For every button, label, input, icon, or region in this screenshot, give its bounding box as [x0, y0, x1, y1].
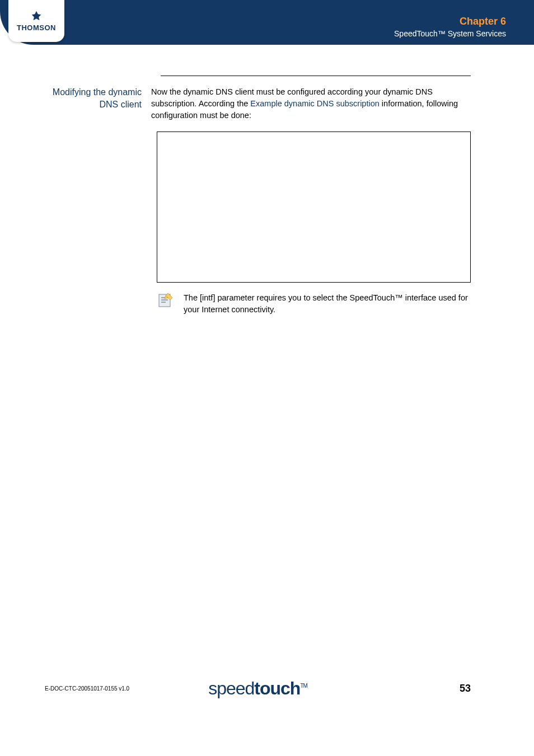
header-bar: Chapter 6 SpeedTouch™ System Services [0, 0, 534, 45]
section-body: Now the dynamic DNS client must be confi… [151, 86, 471, 316]
logo-tm: TM [300, 683, 307, 689]
thomson-logo: THOMSON [8, 0, 64, 42]
note-row: The [intf] parameter requires you to sel… [157, 291, 471, 316]
logo-part-light: speed [208, 678, 254, 698]
section-row: Modifying the dynamic DNS client Now the… [45, 86, 471, 316]
footer: E-DOC-CTC-20051017-0155 v1.0 speedtouchT… [45, 683, 471, 694]
code-block [157, 132, 471, 283]
example-subscription-link[interactable]: Example dynamic DNS subscription [250, 99, 379, 108]
footer-doc-id: E-DOC-CTC-20051017-0155 v1.0 [45, 685, 129, 692]
section-divider [161, 76, 471, 76]
content-area: Modifying the dynamic DNS client Now the… [45, 76, 471, 316]
note-text: The [intf] parameter requires you to sel… [184, 291, 471, 316]
logo-part-bold: touch [254, 678, 300, 698]
speedtouch-logo: speedtouchTM [208, 678, 307, 699]
thomson-logo-symbol [30, 10, 43, 22]
header-right: Chapter 6 SpeedTouch™ System Services [394, 16, 506, 39]
chapter-title: Chapter 6 [394, 16, 506, 27]
section-label: Modifying the dynamic DNS client [45, 86, 151, 111]
page-number: 53 [460, 683, 471, 694]
thomson-logo-text: THOMSON [17, 24, 56, 32]
note-icon [157, 291, 175, 309]
chapter-subtitle: SpeedTouch™ System Services [394, 29, 506, 38]
